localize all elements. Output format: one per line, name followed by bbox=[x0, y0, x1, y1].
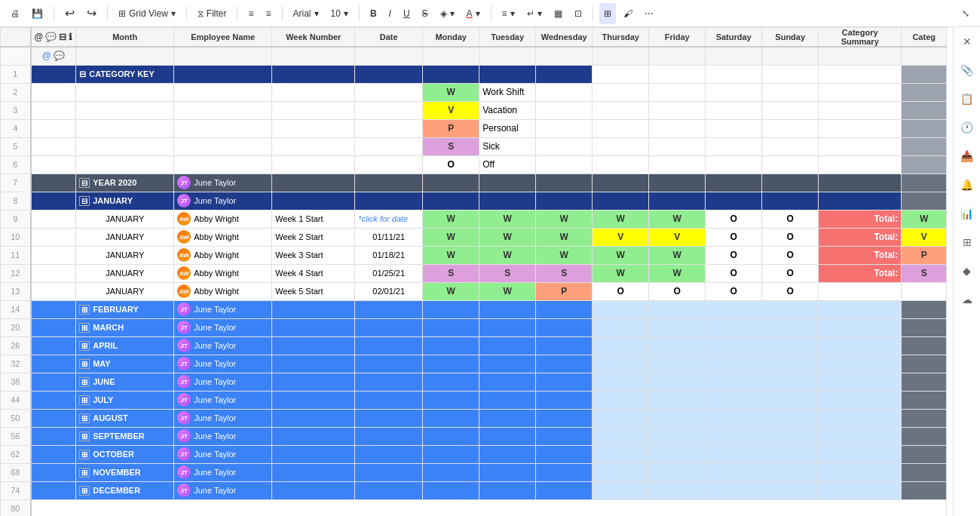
undo-button[interactable]: ↩ bbox=[60, 3, 79, 24]
august-collapsed-row[interactable]: 50 ⊞AUGUST JT June Taylor bbox=[1, 409, 947, 427]
sidebar-cloud-icon[interactable]: ☁ bbox=[959, 291, 975, 308]
at-icon[interactable]: @ bbox=[42, 51, 51, 61]
row-20-wed bbox=[536, 318, 593, 336]
row-26-sun bbox=[762, 336, 819, 355]
row-5-thu bbox=[593, 137, 649, 155]
row-1-emp bbox=[174, 65, 272, 83]
row-10-num: 10 bbox=[1, 228, 31, 246]
size-dropdown[interactable]: 10 ▾ bbox=[326, 3, 353, 24]
strikethrough-button[interactable]: S bbox=[418, 3, 433, 24]
font-dropdown[interactable]: Arial ▾ bbox=[289, 3, 323, 24]
row-3-month bbox=[76, 101, 174, 119]
november-label: ⊞NOVEMBER bbox=[76, 463, 174, 481]
row-5-week bbox=[272, 137, 355, 155]
september-collapsed-row[interactable]: 56 ⊞SEPTEMBER JT June Taylor bbox=[1, 427, 947, 445]
date-col-header: Date bbox=[355, 28, 423, 48]
april-collapsed-row[interactable]: 26 ⊞APRIL JT June Taylor bbox=[1, 336, 947, 355]
sidebar-clipboard-icon[interactable]: 📋 bbox=[959, 91, 975, 107]
row-56-fri bbox=[649, 427, 706, 445]
sidebar-history-icon[interactable]: 🕐 bbox=[959, 119, 975, 136]
row-12-emp: AW Abby Wright bbox=[174, 264, 272, 282]
table-button[interactable]: ⊞ bbox=[599, 3, 616, 24]
collapse-button[interactable]: ⤡ bbox=[957, 3, 974, 24]
november-collapsed-row[interactable]: 68 ⊞NOVEMBER JT June Taylor bbox=[1, 463, 947, 481]
sidebar-diamond-icon[interactable]: ◆ bbox=[959, 263, 975, 279]
row-4-desc: Personal bbox=[479, 119, 536, 137]
sub-categ bbox=[902, 47, 947, 65]
sidebar-download-icon[interactable]: 📥 bbox=[959, 148, 975, 164]
row-4-categ bbox=[902, 119, 947, 137]
row-50-date bbox=[355, 409, 423, 427]
sub-mon bbox=[423, 47, 479, 65]
separator bbox=[282, 6, 283, 21]
row-20-sun bbox=[762, 318, 819, 336]
sidebar-grid-icon[interactable]: ⊞ bbox=[959, 234, 975, 250]
border-button[interactable]: ▦ bbox=[550, 3, 567, 24]
redo-icon: ↪ bbox=[87, 6, 96, 20]
row-13-mon: W bbox=[423, 282, 479, 300]
row-20-tue bbox=[479, 318, 536, 336]
chat2-icon[interactable]: 💬 bbox=[54, 51, 65, 61]
row-7-sat bbox=[706, 174, 762, 192]
may-collapsed-row[interactable]: 32 ⊞MAY JT June Taylor bbox=[1, 355, 947, 373]
sidebar-attachment-icon[interactable]: 📎 bbox=[959, 62, 975, 78]
grid-view-button[interactable]: ⊞ Grid View ▾ bbox=[114, 3, 180, 24]
sidebar-notification-icon[interactable]: 🔔 bbox=[959, 177, 975, 193]
row-62-sat bbox=[706, 445, 762, 463]
december-collapsed-row[interactable]: 74 ⊞DECEMBER JT June Taylor bbox=[1, 481, 947, 499]
row-14-wed bbox=[536, 300, 593, 318]
march-collapsed-row[interactable]: 20 ⊞MARCH JT June Taylor bbox=[1, 318, 947, 336]
row-11-total: Total: bbox=[819, 246, 902, 264]
june-taylor-avatar-50: JT bbox=[177, 411, 191, 425]
merge-button[interactable]: ⊡ bbox=[570, 3, 586, 24]
bold-button[interactable]: B bbox=[366, 3, 381, 24]
align-button[interactable]: ≡ ▾ bbox=[498, 3, 519, 24]
row-8-icons bbox=[31, 192, 76, 210]
more-button[interactable]: ⋯ bbox=[640, 3, 658, 24]
row-38-num: 38 bbox=[1, 373, 31, 391]
row-32-emp-name: June Taylor bbox=[194, 359, 236, 368]
june-taylor-avatar: JT bbox=[177, 176, 191, 189]
spreadsheet[interactable]: @ 💬 ⊟ ℹ Month Employee Name Week Number … bbox=[0, 27, 953, 516]
indent-button[interactable]: ≡ bbox=[261, 3, 275, 24]
row-38-wed bbox=[536, 373, 593, 391]
february-collapsed-row[interactable]: 14 ⊞FEBRUARY JT June Taylor bbox=[1, 300, 947, 318]
abby-wright-avatar-13: AW bbox=[177, 284, 191, 298]
redo-button[interactable]: ↪ bbox=[82, 3, 101, 24]
row-50-mon bbox=[423, 409, 479, 427]
july-collapsed-row[interactable]: 44 ⊞JULY JT June Taylor bbox=[1, 391, 947, 409]
filter-button[interactable]: ⧖ Filter bbox=[193, 3, 231, 24]
row-5-sat bbox=[706, 137, 762, 155]
abby-wright-avatar-12: AW bbox=[177, 266, 191, 280]
paint-button[interactable]: 🖌 bbox=[619, 3, 637, 24]
row-10-emp: AW Abby Wright bbox=[174, 228, 272, 246]
wrap-button[interactable]: ↵ ▾ bbox=[522, 3, 547, 24]
row-13-total bbox=[819, 282, 902, 300]
print-button[interactable]: 🖨 bbox=[6, 3, 24, 24]
row-26-emp-name: June Taylor bbox=[194, 341, 236, 350]
row-26-emp: JT June Taylor bbox=[174, 336, 272, 355]
text-color-button[interactable]: A ▾ bbox=[462, 3, 485, 24]
row-2-week bbox=[272, 83, 355, 101]
row-10-mon: W bbox=[423, 228, 479, 246]
more-icon: ⋯ bbox=[645, 8, 654, 19]
grid-table: @ 💬 ⊟ ℹ Month Employee Name Week Number … bbox=[0, 27, 947, 516]
row-74-fri bbox=[649, 481, 706, 499]
italic-button[interactable]: I bbox=[384, 3, 396, 24]
sidebar-chart-icon[interactable]: 📊 bbox=[959, 205, 975, 222]
row-12-week: Week 4 Start bbox=[272, 264, 355, 282]
sidebar-close-icon[interactable]: ✕ bbox=[959, 33, 975, 50]
june-taylor-avatar-74: JT bbox=[177, 484, 191, 497]
june-collapsed-row[interactable]: 38 ⊞JUNE JT June Taylor bbox=[1, 373, 947, 391]
row-13-sun: O bbox=[762, 282, 819, 300]
row-6-catsum bbox=[819, 155, 902, 174]
october-collapsed-row[interactable]: 62 ⊞OCTOBER JT June Taylor bbox=[1, 445, 947, 463]
save-button[interactable]: 💾 bbox=[27, 3, 47, 24]
row-12-wed: S bbox=[536, 264, 593, 282]
column-header-row: @ 💬 ⊟ ℹ Month Employee Name Week Number … bbox=[1, 28, 947, 48]
row-4-emp bbox=[174, 119, 272, 137]
row-38-emp-name: June Taylor bbox=[194, 377, 236, 386]
underline-button[interactable]: U bbox=[399, 3, 415, 24]
fill-color-button[interactable]: ◈ ▾ bbox=[436, 3, 459, 24]
outdent-button[interactable]: ≡ bbox=[243, 3, 258, 24]
